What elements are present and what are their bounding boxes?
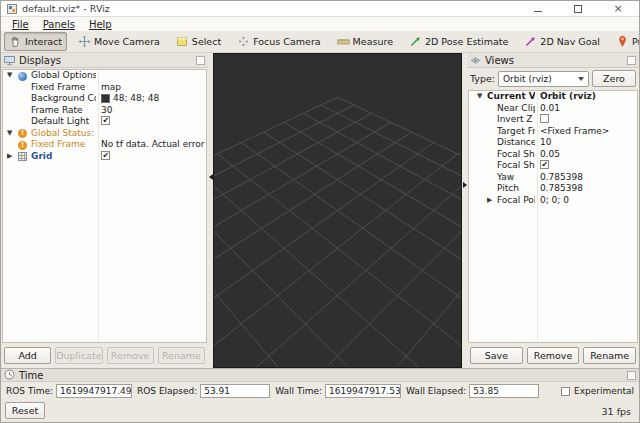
zero-button[interactable]: Zero <box>592 70 636 87</box>
expand-closed-icon[interactable]: ▶ <box>487 195 492 207</box>
displays-panel: Displays ▼Global OptionsFixed FramemapBa… <box>1 53 208 368</box>
tree-row-value[interactable]: 0.05 <box>540 149 636 161</box>
tree-row[interactable]: ▶Grid <box>3 151 206 163</box>
grid-plane <box>214 54 461 367</box>
time-field-input[interactable]: 53.91 <box>200 384 270 398</box>
tool-interact[interactable]: Interact <box>4 32 67 51</box>
time-field-input[interactable]: 53.85 <box>469 384 539 398</box>
ruler-icon <box>337 35 350 48</box>
toolbar: Interact Move Camera Select Focus Camera… <box>1 31 639 53</box>
tree-row-value[interactable] <box>540 114 636 123</box>
displays-panel-header[interactable]: Displays <box>1 53 208 68</box>
tree-row-value[interactable]: 0; 0; 0 <box>540 195 636 207</box>
tree-row[interactable]: Frame Rate30 <box>3 105 206 117</box>
tree-row[interactable]: Target Frame<Fixed Frame> <box>469 126 637 138</box>
tree-row-value[interactable] <box>540 160 636 169</box>
remove-button: Remove <box>107 347 154 364</box>
tree-row[interactable]: ▼Current ViewOrbit (rviz) <box>469 91 637 103</box>
expand-open-icon[interactable]: ▼ <box>7 70 12 82</box>
tree-row[interactable]: Distance10 <box>469 137 637 149</box>
tool-publish-point[interactable]: Publish Point <box>611 32 640 51</box>
checkbox[interactable] <box>101 151 110 160</box>
tool-2d-pose-estimate[interactable]: 2D Pose Estimate <box>404 32 513 51</box>
tree-row-value[interactable]: 0.785398 <box>540 172 636 184</box>
tree-row-label: Background Color <box>31 93 96 105</box>
collapse-left-icon[interactable] <box>209 174 213 180</box>
views-tree[interactable]: ▼Current ViewOrbit (rviz)Near Clip Di...… <box>468 90 638 343</box>
tool-move-camera[interactable]: Move Camera <box>73 32 165 51</box>
expand-open-icon[interactable]: ▼ <box>477 91 482 103</box>
menu-help[interactable]: Help <box>82 19 119 30</box>
save-button[interactable]: Save <box>470 347 523 364</box>
displays-tree[interactable]: ▼Global OptionsFixed FramemapBackground … <box>2 69 207 343</box>
minimize-button[interactable] <box>533 4 543 14</box>
tree-row[interactable]: Default Light <box>3 116 206 128</box>
checkbox[interactable] <box>540 160 549 169</box>
tree-row[interactable]: Fixed Framemap <box>3 82 206 94</box>
tree-row[interactable]: ▶Focal Point0; 0; 0 <box>469 195 637 207</box>
purple-arrow-icon <box>524 35 537 48</box>
tree-row[interactable]: Focal Shape...0.05 <box>469 149 637 161</box>
tree-row-value[interactable]: 0.785398 <box>540 183 636 195</box>
view-type-combobox[interactable]: Orbit (rviz) <box>498 71 589 87</box>
tree-row-label: Default Light <box>31 116 89 128</box>
tool-label: Interact <box>25 36 62 47</box>
reset-button[interactable]: Reset <box>5 402 45 419</box>
menu-panels[interactable]: Panels <box>36 19 82 30</box>
views-panel-header[interactable]: Views <box>467 53 639 68</box>
experimental-checkbox[interactable] <box>561 387 570 396</box>
tree-row-value[interactable]: 10 <box>540 137 636 149</box>
close-button[interactable]: × <box>613 4 623 14</box>
add-button[interactable]: Add <box>4 347 51 364</box>
move-arrows-icon <box>78 35 91 48</box>
tree-row[interactable]: Yaw0.785398 <box>469 172 637 184</box>
tree-row-value[interactable]: 48; 48; 48 <box>101 93 205 105</box>
tree-row-value[interactable]: 30 <box>101 105 205 117</box>
rviz-app-icon <box>7 4 17 14</box>
checkbox[interactable] <box>101 116 110 125</box>
tool-2d-nav-goal[interactable]: 2D Nav Goal <box>519 32 605 51</box>
chevron-down-icon <box>578 77 584 81</box>
rename-button[interactable]: Rename <box>583 347 636 364</box>
undock-button[interactable] <box>627 371 636 380</box>
checkbox[interactable] <box>540 114 549 123</box>
tree-row[interactable]: Pitch0.785398 <box>469 183 637 195</box>
expand-open-icon[interactable]: ▼ <box>7 128 12 140</box>
main-area: Displays ▼Global OptionsFixed FramemapBa… <box>1 53 639 368</box>
tree-row[interactable]: Focal Shape... <box>469 160 637 172</box>
maximize-button[interactable] <box>573 4 583 14</box>
tool-label: 2D Nav Goal <box>540 36 600 47</box>
tool-label: Move Camera <box>94 36 160 47</box>
tree-row-value[interactable]: <Fixed Frame> <box>540 126 636 138</box>
tool-measure[interactable]: Measure <box>332 32 398 51</box>
titlebar: default.rviz* - RViz × <box>1 1 639 17</box>
collapse-right-icon[interactable] <box>463 182 467 188</box>
tree-row[interactable]: !Fixed FrameNo tf data. Actual error: ..… <box>3 139 206 151</box>
tree-row[interactable]: Invert Z Axis <box>469 114 637 126</box>
time-field-input[interactable]: 1619947917.49 <box>56 384 132 398</box>
3d-viewport[interactable] <box>213 53 462 368</box>
tree-row-value[interactable]: map <box>101 82 205 94</box>
undock-button[interactable] <box>627 56 636 65</box>
tree-row[interactable]: Near Clip Di...0.01 <box>469 103 637 115</box>
menu-file[interactable]: File <box>5 19 36 30</box>
tree-row[interactable]: Background Color48; 48; 48 <box>3 93 206 105</box>
expand-closed-icon[interactable]: ▶ <box>7 151 12 163</box>
tree-row[interactable]: ▼!Global Status: Warn <box>3 128 206 140</box>
tool-focus-camera[interactable]: Focus Camera <box>232 32 325 51</box>
fps-counter: 31 fps <box>602 406 635 419</box>
tree-row-value[interactable] <box>101 151 205 160</box>
remove-button[interactable]: Remove <box>527 347 580 364</box>
time-fields-row: ROS Time:1619947917.49ROS Elapsed:53.91W… <box>1 382 639 400</box>
undock-button[interactable] <box>196 56 205 65</box>
tree-row[interactable]: ▼Global Options <box>3 70 206 82</box>
globe-icon <box>18 72 27 81</box>
right-splitter[interactable] <box>462 53 467 368</box>
tree-row-value[interactable]: Orbit (rviz) <box>540 91 636 103</box>
time-panel-header[interactable]: Time <box>1 368 639 382</box>
tool-select[interactable]: Select <box>171 32 226 51</box>
tree-row-value[interactable] <box>101 116 205 125</box>
tree-row-value[interactable]: 0.01 <box>540 103 636 115</box>
time-field-input[interactable]: 1619947917.53 <box>325 384 401 398</box>
tree-row-value[interactable]: No tf data. Actual error: ... <box>101 139 205 151</box>
